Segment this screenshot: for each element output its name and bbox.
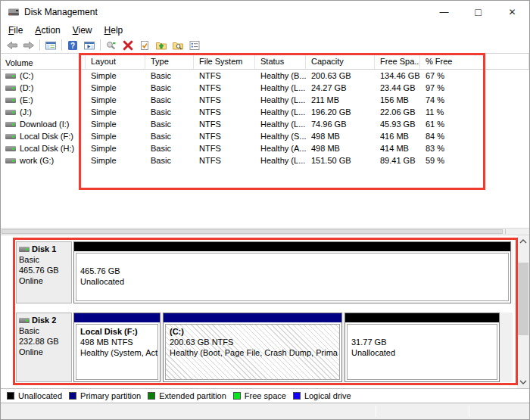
disk2-label-panel[interactable]: Disk 2 Basic 232.88 GB Online xyxy=(16,313,72,382)
column-header-filler xyxy=(484,54,529,69)
volume-capacity: 74.96 GB xyxy=(306,120,375,129)
legend-swatch xyxy=(69,392,76,400)
inspect-icon xyxy=(105,39,117,51)
scroll-down-icon[interactable] xyxy=(517,376,529,388)
volume-name: (J:) xyxy=(20,107,32,117)
delete-volume-button[interactable] xyxy=(120,38,136,53)
inspect-button[interactable] xyxy=(103,38,120,53)
volume-row[interactable]: Download (I:) Simple Basic NTFS Healthy … xyxy=(1,118,529,130)
volume-name: Local Disk (H:) xyxy=(20,144,74,153)
disk-row-disk1: Disk 1 Basic 465.76 GB Online 465.76 GB … xyxy=(16,241,513,303)
volume-status: Healthy (L... xyxy=(255,107,306,117)
scrollbar-corner xyxy=(505,229,513,234)
partition[interactable]: 31.77 GB Unallocated xyxy=(344,313,500,382)
help-icon: ? xyxy=(67,39,79,51)
window-title: Disk Management xyxy=(24,7,98,17)
folder-search-button[interactable] xyxy=(170,38,186,53)
disk-size: 232.88 GB xyxy=(19,336,69,347)
show-action-pane-button[interactable] xyxy=(81,38,98,53)
folder-up-button[interactable] xyxy=(153,38,170,53)
column-header-file-system[interactable]: File System xyxy=(194,54,255,69)
volume-icon xyxy=(5,158,16,163)
back-button[interactable] xyxy=(4,38,20,53)
volume-row[interactable]: (C:) Simple Basic NTFS Healthy (B... 200… xyxy=(1,70,529,82)
toolbar-separator xyxy=(100,39,101,51)
volume-status: Healthy (L... xyxy=(255,83,306,92)
volume-status: Healthy (L... xyxy=(255,156,306,165)
close-icon[interactable]: ✕ xyxy=(495,1,529,23)
volume-row[interactable]: (J:) Simple Basic NTFS Healthy (L... 196… xyxy=(1,106,529,118)
volume-row[interactable]: Local Disk (H:) Simple Basic NTFS Health… xyxy=(1,142,529,154)
volume-type: Basic xyxy=(145,83,194,92)
volume-rows: (C:) Simple Basic NTFS Healthy (B... 200… xyxy=(1,70,529,166)
volume-row[interactable]: Local Disk (F:) Simple Basic NTFS Health… xyxy=(1,130,529,142)
volume-capacity: 498 MB xyxy=(306,132,375,141)
forward-icon xyxy=(23,39,35,51)
volume-row[interactable]: work (G:) Simple Basic NTFS Healthy (L..… xyxy=(1,154,529,166)
column-header-volume[interactable]: Volume xyxy=(1,54,86,69)
partition[interactable]: 465.76 GB Unallocated xyxy=(73,241,511,303)
toolbar-separator xyxy=(61,39,62,51)
legend-label: Primary partition xyxy=(80,391,141,400)
menu-item[interactable]: View xyxy=(67,24,98,36)
volume-file-system: NTFS xyxy=(194,156,255,165)
legend-label: Extended partition xyxy=(159,391,226,400)
volume-type: Basic xyxy=(145,71,194,80)
column-header-status[interactable]: Status xyxy=(255,54,306,69)
volume-pct-free: 84 % xyxy=(420,132,484,141)
volume-name: Local Disk (F:) xyxy=(20,132,73,141)
volume-status: Healthy (S... xyxy=(255,132,306,141)
disk-status: Online xyxy=(19,275,69,286)
horizontal-scrollbar-thumb[interactable] xyxy=(2,229,503,234)
column-header-free-space[interactable]: Free Spa... xyxy=(375,54,420,69)
column-header-capacity[interactable]: Capacity xyxy=(306,54,375,69)
volume-pct-free: 74 % xyxy=(420,95,484,104)
check-document-button[interactable] xyxy=(136,38,153,53)
partition[interactable]: Local Disk (F:) 498 MB NTFS Healthy (Sys… xyxy=(73,313,161,382)
toolbar: ? xyxy=(1,37,529,54)
forward-button[interactable] xyxy=(20,38,37,53)
vertical-scrollbar-thumb[interactable] xyxy=(518,263,528,335)
vertical-scrollbar[interactable] xyxy=(517,235,529,388)
volume-row[interactable]: (E:) Simple Basic NTFS Healthy (L... 211… xyxy=(1,94,529,106)
volume-capacity: 151.50 GB xyxy=(306,156,375,165)
volume-layout: Simple xyxy=(86,71,145,80)
volume-file-system: NTFS xyxy=(194,95,255,104)
menu-item[interactable]: File xyxy=(2,24,29,36)
volume-type: Basic xyxy=(145,95,194,104)
menu-item[interactable]: Action xyxy=(29,24,66,36)
volume-pct-free: 97 % xyxy=(420,83,484,92)
disk1-label-panel[interactable]: Disk 1 Basic 465.76 GB Online xyxy=(16,241,72,303)
action-pane-icon xyxy=(83,39,95,51)
minimize-icon[interactable]: — xyxy=(427,1,461,23)
partition-title: (C:) xyxy=(170,326,335,337)
volume-free-space: 22.06 GB xyxy=(375,107,420,117)
horizontal-scrollbar[interactable] xyxy=(1,228,529,235)
column-header-type[interactable]: Type xyxy=(145,54,194,69)
menu-item[interactable]: Help xyxy=(98,24,129,36)
partition-type-band xyxy=(164,313,341,322)
volume-status: Healthy (A... xyxy=(255,144,306,153)
column-header-pct-free[interactable]: % Free xyxy=(420,54,484,69)
volume-row[interactable]: (D:) Simple Basic NTFS Healthy (L... 24.… xyxy=(1,82,529,94)
maximize-icon[interactable]: □ xyxy=(461,1,495,23)
volume-layout: Simple xyxy=(86,144,145,153)
partition[interactable]: (C:) 200.63 GB NTFS Healthy (Boot, Page … xyxy=(163,313,342,382)
show-console-tree-button[interactable] xyxy=(42,38,59,53)
column-header-layout[interactable]: Layout xyxy=(86,54,145,69)
scroll-up-icon[interactable] xyxy=(517,235,529,247)
help-button[interactable]: ? xyxy=(64,38,81,53)
volume-name: work (G:) xyxy=(20,156,54,165)
volume-list-header: Volume Layout Type File System Status Ca… xyxy=(1,54,529,70)
partition-line2: Unallocated xyxy=(351,347,493,358)
volume-icon xyxy=(5,146,16,151)
volume-pct-free: 83 % xyxy=(420,144,484,153)
volume-capacity: 24.27 GB xyxy=(306,83,375,92)
properties-button[interactable] xyxy=(186,38,203,53)
volume-status: Healthy (L... xyxy=(255,95,306,104)
legend-bar: Unallocated Primary partition Extended p… xyxy=(1,388,529,403)
volume-file-system: NTFS xyxy=(194,144,255,153)
legend-swatch xyxy=(293,392,301,400)
volume-icon xyxy=(5,110,16,115)
volume-type: Basic xyxy=(145,120,194,129)
